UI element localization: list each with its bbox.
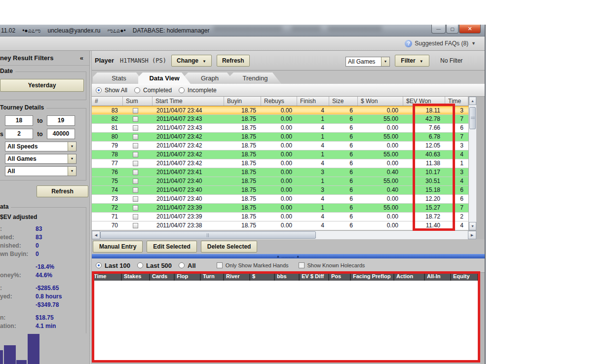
tab-trending[interactable]: Trending (229, 73, 281, 84)
horizontal-scrollbar[interactable]: ◀ ▶ (92, 230, 476, 239)
row-checkbox[interactable] (133, 170, 138, 175)
filter-button[interactable]: Filter▼ (395, 55, 429, 67)
row-checkbox[interactable] (133, 196, 138, 202)
hands-column-turn[interactable]: Turn (201, 273, 224, 281)
column-header-rebuys[interactable]: Rebuys (261, 97, 297, 106)
only-show-marked-hands-checkbox[interactable] (217, 262, 223, 268)
range2-from-input[interactable]: 2 (5, 129, 33, 139)
show-known-holecards-checkbox[interactable] (299, 262, 305, 268)
tab-stats[interactable]: Stats (93, 73, 145, 84)
hands-column-river[interactable]: River (224, 273, 250, 281)
vertical-scrollbar[interactable]: ▲ ▼ (468, 97, 476, 230)
column-header-size[interactable]: Size (329, 97, 358, 106)
hands-radio-last-100[interactable] (96, 262, 102, 268)
hands-column-time[interactable]: Time (92, 273, 122, 281)
tab-graph[interactable]: Graph (184, 73, 236, 84)
column-header--ev-won[interactable]: $EV Won (403, 97, 445, 106)
row-checkbox[interactable] (133, 205, 138, 211)
table-row[interactable]: 752011/04/07 23:4018.750.001655.0030.514 (92, 177, 468, 186)
scroll-up-icon[interactable]: ▲ (469, 97, 476, 105)
maximize-icon[interactable]: ▢ (446, 25, 459, 34)
hands-column-bbs[interactable]: bbs (275, 273, 300, 281)
column-header-buyin[interactable]: Buyin (224, 97, 261, 106)
row-checkbox[interactable] (133, 187, 138, 193)
table-row[interactable]: 792011/04/07 23:4218.750.00460.0012.053 (92, 142, 468, 150)
range1-to-input[interactable]: 19 (47, 115, 75, 126)
show-radio-incomplete[interactable] (179, 87, 185, 93)
row-checkbox[interactable] (133, 134, 138, 140)
column-header--[interactable]: # (92, 97, 123, 106)
scroll-right-icon[interactable]: ▶ (468, 231, 476, 239)
tab-data-view[interactable]: Data View (138, 73, 191, 84)
delete-selected-button[interactable]: Delete Selected (201, 241, 258, 253)
collapse-sidebar-icon[interactable]: « (80, 54, 83, 62)
chevron-down-icon[interactable]: ▼ (471, 41, 476, 46)
chevron-down-icon[interactable]: ▼ (68, 154, 76, 163)
table-row[interactable]: 822011/04/07 23:4318.750.001655.0042.787 (92, 115, 468, 124)
row-checkbox[interactable] (133, 143, 138, 148)
row-checkbox[interactable] (133, 125, 138, 131)
hands-column-facing-preflop[interactable]: Facing Preflop (351, 273, 394, 281)
sidebar-dropdown-all[interactable]: All▼ (5, 166, 77, 176)
row-checkbox[interactable] (133, 214, 138, 219)
table-row[interactable]: 772011/04/07 23:4218.750.00460.0011.381 (92, 159, 468, 168)
column-header-finish[interactable]: Finish (297, 97, 329, 106)
column-header-sum[interactable]: Sum (123, 97, 153, 106)
hands-column-pos[interactable]: Pos (329, 273, 351, 281)
table-row[interactable]: 812011/04/07 23:4318.750.00460.007.666 (92, 124, 468, 133)
manual-entry-button[interactable]: Manual Entry (93, 241, 143, 253)
table-row[interactable]: 802011/04/07 23:4218.750.001655.006.787 (92, 133, 468, 142)
table-row[interactable]: 712011/04/07 23:3918.750.00460.0018.722 (92, 213, 468, 221)
table-row[interactable]: 732011/04/07 23:4018.750.00460.0012.206 (92, 195, 468, 204)
edit-selected-button[interactable]: Edit Selected (147, 241, 196, 253)
column-header-time[interactable]: Time (445, 97, 468, 106)
hands-column-action[interactable]: Action (394, 273, 425, 281)
hands-radio-last-500[interactable] (137, 262, 143, 268)
sidebar-dropdown-all-games[interactable]: All Games▼ (5, 154, 77, 164)
table-row[interactable]: 722011/04/07 23:3918.750.001655.0015.277 (92, 204, 468, 213)
row-checkbox[interactable] (133, 116, 138, 122)
suggested-faqs-link[interactable]: Suggested FAQs (8) (415, 40, 468, 47)
table-row[interactable]: 702011/04/07 23:3818.750.00460.0011.404 (92, 221, 468, 230)
show-radio-completed[interactable] (134, 87, 140, 93)
hands-column-equity[interactable]: Equity (451, 273, 478, 281)
row-checkbox[interactable] (133, 152, 138, 157)
show-radio-show-all[interactable] (96, 87, 102, 93)
hands-column-cards[interactable]: Cards (150, 273, 175, 281)
range1-from-input[interactable]: 18 (5, 115, 33, 126)
hands-column--[interactable]: $ (250, 273, 275, 281)
close-icon[interactable]: ✕ (459, 25, 481, 34)
hands-column-all-in[interactable]: All-In (425, 273, 451, 281)
games-dropdown[interactable]: All Games ▼ (345, 57, 390, 67)
scroll-down-icon[interactable]: ▼ (469, 222, 476, 230)
chevron-down-icon[interactable]: ▼ (68, 167, 76, 176)
row-checkbox[interactable] (133, 161, 138, 166)
column-header-start-time[interactable]: Start Time (153, 97, 224, 106)
yesterday-button[interactable]: Yesterday (0, 79, 84, 92)
table-row[interactable]: 742011/04/07 23:4018.750.00360.4015.186 (92, 186, 468, 195)
sidebar-refresh-button[interactable]: Refresh (37, 185, 88, 197)
hands-column-flop[interactable]: Flop (175, 273, 201, 281)
hands-column-stakes[interactable]: Stakes (122, 273, 150, 281)
column-header--won[interactable]: $ Won (358, 97, 403, 106)
scrollbar-thumb[interactable] (469, 107, 476, 129)
table-row[interactable]: 832011/04/07 23:4418.750.00460.0018.113 (92, 106, 468, 115)
scroll-left-icon[interactable]: ◀ (92, 231, 100, 239)
range2-to-input[interactable]: 40000 (47, 129, 75, 139)
hands-radio-all[interactable] (179, 262, 185, 268)
sidebar-dropdown-all-speeds[interactable]: All Speeds▼ (5, 142, 77, 151)
row-checkbox[interactable] (133, 108, 138, 113)
refresh-button[interactable]: Refresh (217, 55, 250, 67)
ev-adjusted-label[interactable]: $EV adjusted (0, 214, 86, 220)
change-player-button[interactable]: Change▼ (171, 55, 212, 67)
minimize-icon[interactable]: — (431, 25, 446, 34)
chevron-down-icon[interactable]: ▼ (68, 142, 76, 151)
hands-column-ev-diff[interactable]: EV $ Diff (300, 273, 329, 281)
table-row[interactable]: 762011/04/07 23:4118.750.00360.4010.173 (92, 168, 468, 177)
panel-splitter[interactable]: ▲ ,,,,,,,,, ▲ (92, 254, 485, 258)
table-row[interactable]: 782011/04/07 23:4218.750.001655.0040.634 (92, 150, 468, 159)
row-checkbox[interactable] (133, 179, 138, 184)
titlebar[interactable]: 11.02 •●ಎ೭ಌ uncleua@yandex.ru ಌ೭ಎ●• DATA… (0, 25, 485, 36)
row-checkbox[interactable] (133, 223, 138, 228)
scrollbar-thumb[interactable] (100, 231, 316, 239)
